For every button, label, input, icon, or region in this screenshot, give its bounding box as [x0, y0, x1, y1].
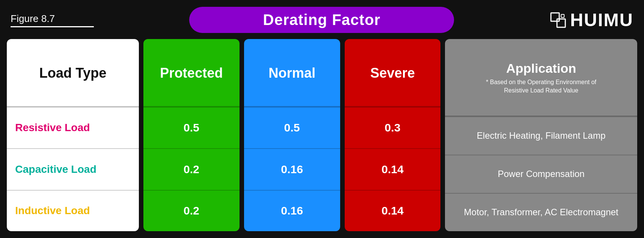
application-capacitive: Power Compensation: [445, 155, 637, 193]
severe-resistive: 0.3: [345, 107, 441, 148]
svg-rect-2: [561, 14, 564, 17]
application-header-title: Application: [506, 61, 576, 76]
protected-capacitive: 0.2: [143, 148, 240, 189]
col-header-normal: Normal: [244, 39, 340, 107]
application-resistive: Electric Heating, Filament Lamp: [445, 116, 637, 155]
normal-resistive: 0.5: [244, 107, 340, 148]
normal-capacitive: 0.16: [244, 148, 340, 189]
header-row: Figure 8.7 Derating Factor HUIMU: [7, 7, 637, 33]
col-severe: Severe 0.3 0.14 0.14: [345, 39, 441, 231]
normal-inductive: 0.16: [244, 190, 340, 231]
svg-rect-1: [557, 19, 565, 27]
col-header-protected: Protected: [143, 39, 240, 107]
application-header-sub: * Based on the Operating Environment ofR…: [486, 78, 596, 95]
col-rows-application: Electric Heating, Filament Lamp Power Co…: [445, 116, 637, 231]
load-type-resistive: Resistive Load: [7, 107, 139, 148]
load-type-inductive: Inductive Load: [7, 190, 139, 231]
severe-capacitive: 0.14: [345, 148, 441, 189]
col-rows-normal: 0.5 0.16 0.16: [244, 107, 340, 231]
col-header-severe: Severe: [345, 39, 441, 107]
col-load-type: Load Type Resistive Load Capacitive Load…: [7, 39, 139, 231]
logo-icon: [550, 12, 566, 28]
protected-inductive: 0.2: [143, 190, 240, 231]
col-rows-severe: 0.3 0.14 0.14: [345, 107, 441, 231]
title-pill: Derating Factor: [189, 7, 454, 33]
col-rows-protected: 0.5 0.2 0.2: [143, 107, 240, 231]
figure-label: Figure 8.7: [11, 13, 94, 27]
col-header-application: Application * Based on the Operating Env…: [445, 39, 637, 116]
severe-inductive: 0.14: [345, 190, 441, 231]
col-rows-load-type: Resistive Load Capacitive Load Inductive…: [7, 107, 139, 231]
col-normal: Normal 0.5 0.16 0.16: [244, 39, 340, 231]
load-type-capacitive: Capacitive Load: [7, 148, 139, 189]
logo-text: HUIMU: [570, 9, 633, 30]
col-application: Application * Based on the Operating Env…: [445, 39, 637, 231]
col-protected: Protected 0.5 0.2 0.2: [143, 39, 240, 231]
application-inductive: Motor, Transformer, AC Electromagnet: [445, 193, 637, 231]
svg-rect-0: [551, 13, 559, 21]
logo-area: HUIMU: [550, 9, 633, 30]
protected-resistive: 0.5: [143, 107, 240, 148]
col-header-load-type: Load Type: [7, 39, 139, 107]
table-wrapper: Load Type Resistive Load Capacitive Load…: [7, 39, 637, 231]
